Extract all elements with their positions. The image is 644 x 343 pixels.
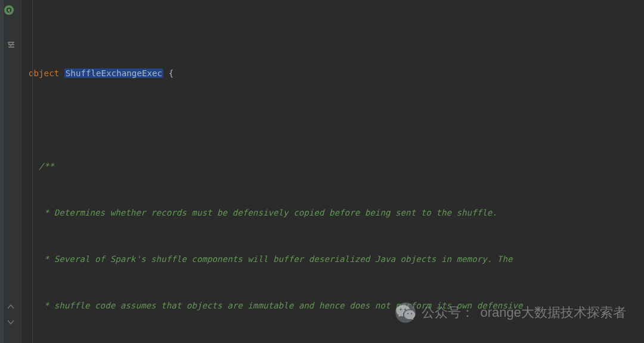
doc-text: * Several of Spark's shuffle components …: [39, 254, 512, 264]
class-name: ShuffleExchangeExec: [64, 68, 163, 78]
fold-toggle-icon[interactable]: [6, 39, 16, 49]
code-area[interactable]: object ShuffleExchangeExec { /** * Deter…: [21, 0, 644, 343]
code-line[interactable]: object ShuffleExchangeExec {: [29, 66, 644, 81]
code-editor[interactable]: O object ShuffleExchangeExec { /** * D: [0, 0, 644, 343]
code-line[interactable]: * shuffle code assumes that objects are …: [29, 298, 644, 313]
code-line[interactable]: /**: [29, 158, 644, 174]
gutter: O: [0, 0, 21, 343]
doc-text: * shuffle code assumes that objects are …: [39, 301, 522, 310]
fold-toggle-icon[interactable]: [6, 317, 16, 327]
code-line[interactable]: * Determines whether records must be def…: [29, 205, 644, 220]
doc-text: * Determines whether records must be def…: [39, 208, 497, 217]
code-line[interactable]: * Several of Spark's shuffle components …: [29, 251, 644, 267]
fold-close-icon[interactable]: [6, 302, 16, 311]
fold-toggle-icon[interactable]: [6, 7, 16, 16]
brace: {: [163, 68, 174, 78]
code-line[interactable]: [29, 112, 644, 127]
keyword: object: [29, 68, 59, 78]
doc-open: /**: [39, 161, 54, 171]
